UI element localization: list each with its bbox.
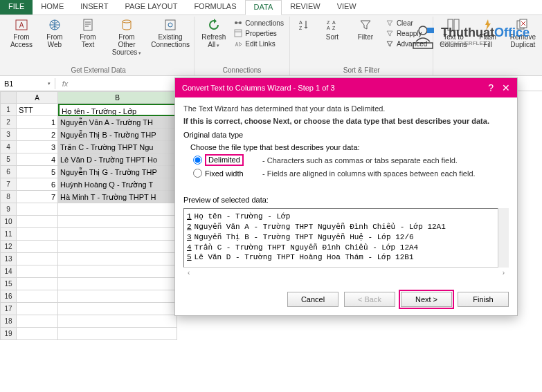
- group-label: Sort & Filter: [294, 65, 428, 75]
- cell[interactable]: 7: [17, 191, 58, 203]
- filter-button[interactable]: Filter: [351, 17, 380, 65]
- row-header[interactable]: 16: [0, 290, 17, 303]
- refresh-all-button[interactable]: Refresh All▾: [199, 17, 228, 65]
- row-header[interactable]: 15: [0, 278, 17, 290]
- close-button[interactable]: ✕: [502, 82, 510, 93]
- tab-home[interactable]: HOME: [33, 0, 72, 15]
- cell[interactable]: [58, 315, 177, 328]
- row-header[interactable]: 17: [0, 303, 17, 315]
- cell[interactable]: [58, 328, 177, 340]
- row-header[interactable]: 11: [0, 228, 17, 241]
- row-header[interactable]: 13: [0, 253, 17, 265]
- tab-page-layout[interactable]: PAGE LAYOUT: [116, 0, 186, 15]
- globe-icon: [48, 18, 62, 32]
- radio-delimited-input[interactable]: [193, 156, 202, 165]
- cell[interactable]: [17, 253, 58, 265]
- cell[interactable]: STT: [17, 104, 58, 116]
- cell[interactable]: Lê Văn D - Trường THPT Ho: [58, 153, 177, 166]
- fx-icon[interactable]: fx: [55, 80, 75, 88]
- next-button[interactable]: Next >: [401, 292, 452, 307]
- svg-point-7: [235, 21, 237, 24]
- help-button[interactable]: ?: [488, 82, 494, 93]
- cell[interactable]: 2: [17, 129, 58, 141]
- row-header[interactable]: 10: [0, 216, 17, 228]
- cell[interactable]: [17, 241, 58, 253]
- cell[interactable]: 3: [17, 141, 58, 153]
- cell[interactable]: 5: [17, 166, 58, 178]
- cell[interactable]: Nguyễn Thị B - Trường THP: [58, 129, 177, 141]
- cell[interactable]: [58, 203, 177, 216]
- row-header[interactable]: 18: [0, 315, 17, 328]
- watermark: ThuthuatOfficeBY CLEVERFLEX: [409, 21, 530, 51]
- sort-button[interactable]: ZAAZSort: [318, 17, 347, 65]
- col-header-a[interactable]: A: [17, 91, 58, 104]
- cell[interactable]: Trần C - Trường THPT Ngu: [58, 141, 177, 153]
- cell[interactable]: [58, 290, 177, 303]
- from-text-button[interactable]: From Text: [73, 17, 102, 65]
- cancel-button[interactable]: Cancel: [287, 292, 338, 307]
- select-all-corner[interactable]: [0, 91, 17, 104]
- sort-asc-button[interactable]: AZ: [294, 17, 314, 65]
- tab-data[interactable]: DATA: [245, 0, 282, 15]
- row-header[interactable]: 2: [0, 116, 17, 129]
- cell[interactable]: [17, 290, 58, 303]
- row-header[interactable]: 1: [0, 104, 17, 116]
- cell[interactable]: 4: [17, 153, 58, 166]
- cell[interactable]: Họ tên - Trường - Lớp: [58, 104, 177, 116]
- choose-label: Choose the file type that best describes…: [183, 143, 509, 151]
- cell[interactable]: [58, 241, 177, 253]
- finish-button[interactable]: Finish: [458, 292, 509, 307]
- cell[interactable]: [58, 216, 177, 228]
- cell[interactable]: [17, 315, 58, 328]
- radio-delimited[interactable]: Delimited: [193, 154, 255, 166]
- connections-mini: Connections Properties Edit Links: [233, 17, 285, 65]
- cell[interactable]: [58, 265, 177, 278]
- cell[interactable]: [17, 328, 58, 340]
- radio-fixed-input[interactable]: [193, 169, 202, 178]
- radio-fixed-width[interactable]: Fixed width: [193, 169, 255, 178]
- cell[interactable]: Huỳnh Hoàng Q - Trường T: [58, 178, 177, 191]
- cell[interactable]: [58, 228, 177, 241]
- tab-view[interactable]: VIEW: [329, 0, 365, 15]
- name-box[interactable]: B1▾: [0, 78, 55, 89]
- row-header[interactable]: 6: [0, 166, 17, 178]
- from-other-sources-button[interactable]: From Other Sources▾: [107, 17, 147, 65]
- cell[interactable]: Nguyễn Văn A - Trường TH: [58, 116, 177, 129]
- cell[interactable]: [17, 265, 58, 278]
- row-header[interactable]: 5: [0, 153, 17, 166]
- existing-connections-button[interactable]: Existing Connections: [151, 17, 190, 65]
- row-header[interactable]: 4: [0, 141, 17, 153]
- from-access-button[interactable]: AFrom Access: [7, 17, 36, 65]
- cell[interactable]: [17, 303, 58, 315]
- tab-formulas[interactable]: FORMULAS: [186, 0, 244, 15]
- cell[interactable]: [58, 253, 177, 265]
- cell[interactable]: [17, 203, 58, 216]
- cell[interactable]: Hà Minh T - Trường THPT H: [58, 191, 177, 203]
- connections-button[interactable]: Connections: [233, 18, 285, 28]
- tab-insert[interactable]: INSERT: [72, 0, 116, 15]
- row-header[interactable]: 14: [0, 265, 17, 278]
- from-web-button[interactable]: From Web: [40, 17, 69, 65]
- cell[interactable]: Nguyễn Thị G - Trường THP: [58, 166, 177, 178]
- row-header[interactable]: 9: [0, 203, 17, 216]
- cell[interactable]: 1: [17, 116, 58, 129]
- properties-button[interactable]: Properties: [233, 28, 285, 38]
- cell[interactable]: [17, 228, 58, 241]
- row-header[interactable]: 3: [0, 129, 17, 141]
- preview-scrollbar[interactable]: [498, 208, 509, 268]
- dialog-titlebar[interactable]: Convert Text to Columns Wizard - Step 1 …: [175, 78, 517, 97]
- tab-file[interactable]: FILE: [0, 0, 33, 15]
- row-header[interactable]: 19: [0, 328, 17, 340]
- cell[interactable]: [58, 278, 177, 290]
- preview-hscroll[interactable]: ‹›: [183, 268, 509, 278]
- cell[interactable]: [58, 303, 177, 315]
- row-header[interactable]: 8: [0, 191, 17, 203]
- cell[interactable]: 6: [17, 178, 58, 191]
- row-header[interactable]: 7: [0, 178, 17, 191]
- cell[interactable]: [17, 216, 58, 228]
- edit-links-button[interactable]: Edit Links: [233, 39, 285, 48]
- row-header[interactable]: 12: [0, 241, 17, 253]
- cell[interactable]: [17, 278, 58, 290]
- col-header-b[interactable]: B: [58, 91, 177, 104]
- tab-review[interactable]: REVIEW: [282, 0, 328, 15]
